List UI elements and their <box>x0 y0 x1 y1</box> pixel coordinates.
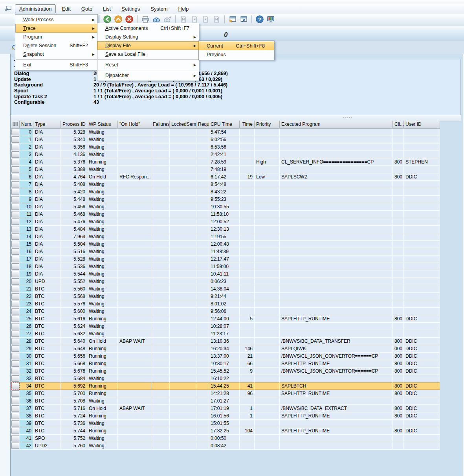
cell-time[interactable]: 66 <box>240 360 255 368</box>
cell-hold[interactable] <box>118 300 151 308</box>
cell-cli[interactable]: 800 <box>393 173 404 181</box>
cell-cpu[interactable]: 5:47:54 <box>209 129 240 136</box>
cell-time[interactable] <box>240 420 255 427</box>
row-selector[interactable] <box>11 278 20 285</box>
cell-wp[interactable]: Waiting <box>87 196 118 203</box>
cell-user[interactable]: DDIC <box>404 338 440 345</box>
column-header-time[interactable]: Time <box>240 121 255 129</box>
cell-num[interactable]: 13 <box>20 226 33 233</box>
row-selector[interactable] <box>11 420 20 427</box>
cell-cpu[interactable]: 16:10:22 <box>209 375 240 382</box>
cell-cpu[interactable]: 6:02:56 <box>209 136 240 143</box>
cell-requ[interactable] <box>196 300 209 308</box>
cell-prio[interactable] <box>255 427 280 435</box>
cell-fail[interactable] <box>151 211 170 218</box>
cell-prog[interactable]: /BNWVS/CL_JSON_CONVERTOR======CP <box>280 368 393 375</box>
cell-time[interactable] <box>240 241 255 248</box>
cell-wp[interactable]: Waiting <box>87 300 118 308</box>
cell-user[interactable] <box>404 218 440 226</box>
menu-item-save-as-local-file[interactable]: Save as Local File <box>97 50 199 59</box>
cell-type[interactable]: BTC <box>33 353 61 360</box>
cell-num[interactable]: 16 <box>20 248 33 255</box>
cell-num[interactable]: 3 <box>20 151 33 158</box>
cell-time[interactable] <box>240 300 255 308</box>
cell-pid[interactable]: 5.356 <box>61 143 87 151</box>
row-selector-button[interactable] <box>11 301 19 307</box>
cell-prog[interactable] <box>280 203 393 211</box>
cell-pid[interactable]: 5.692 <box>61 382 87 390</box>
cell-wp[interactable]: On Hold <box>87 173 118 181</box>
cell-prog[interactable]: CL_SERVER_INFO================CP <box>280 158 393 166</box>
cell-fail[interactable] <box>151 338 170 345</box>
cell-cpu[interactable]: 11:58:10 <box>209 211 240 218</box>
cell-lock[interactable] <box>170 360 196 368</box>
cell-lock[interactable] <box>170 300 196 308</box>
cell-fail[interactable] <box>151 136 170 143</box>
cell-type[interactable]: DIA <box>33 158 61 166</box>
cell-time[interactable] <box>240 151 255 158</box>
cell-prio[interactable] <box>255 218 280 226</box>
row-selector-button[interactable] <box>11 331 19 337</box>
cell-type[interactable]: BTC <box>33 412 61 420</box>
cell-cli[interactable] <box>393 435 404 442</box>
cell-type[interactable]: BTC <box>33 382 61 390</box>
row-selector[interactable] <box>11 382 20 390</box>
cell-hold[interactable] <box>118 323 151 330</box>
cell-time[interactable] <box>240 293 255 300</box>
row-selector[interactable] <box>11 330 20 338</box>
menu-item-delete-session[interactable]: Delete SessionShift+F2 <box>15 41 97 50</box>
cell-prio[interactable] <box>255 255 280 263</box>
menu-item-current[interactable]: CurrentCtrl+Shift+F8 <box>199 42 274 50</box>
row-selector-button[interactable] <box>11 151 19 158</box>
cell-cli[interactable] <box>393 241 404 248</box>
cell-num[interactable]: 21 <box>20 285 33 293</box>
cell-prog[interactable] <box>280 435 393 442</box>
cell-requ[interactable] <box>196 360 209 368</box>
cell-requ[interactable] <box>196 218 209 226</box>
cell-fail[interactable] <box>151 241 170 248</box>
cell-requ[interactable] <box>196 188 209 196</box>
cell-cli[interactable] <box>393 211 404 218</box>
cell-requ[interactable] <box>196 278 209 285</box>
cell-prog[interactable] <box>280 196 393 203</box>
cell-type[interactable]: DIA <box>33 270 61 278</box>
cell-wp[interactable]: Waiting <box>87 308 118 315</box>
menu-system[interactable]: System <box>149 5 169 13</box>
cell-lock[interactable] <box>170 278 196 285</box>
cell-cli[interactable] <box>393 330 404 338</box>
cell-fail[interactable] <box>151 270 170 278</box>
cell-prio[interactable] <box>255 181 280 188</box>
cell-requ[interactable] <box>196 203 209 211</box>
cell-cpu[interactable]: 10:28:07 <box>209 323 240 330</box>
cell-prog[interactable]: /BNWVS/CL_JSON_CONVERTOR======CP <box>280 353 393 360</box>
cell-requ[interactable] <box>196 442 209 450</box>
cell-cpu[interactable]: 12:44:00 <box>209 315 240 323</box>
cell-time[interactable]: 9 <box>240 368 255 375</box>
cell-wp[interactable]: Waiting <box>87 136 118 143</box>
cell-cpu[interactable]: 17:01:27 <box>209 397 240 405</box>
cell-num[interactable]: 25 <box>20 315 33 323</box>
cell-pid[interactable]: 7.964 <box>61 233 87 241</box>
row-selector[interactable] <box>11 233 20 241</box>
cell-fail[interactable] <box>151 390 170 397</box>
cell-type[interactable]: DIA <box>33 196 61 203</box>
cell-time[interactable] <box>240 188 255 196</box>
cell-prog[interactable]: /BNWVS/BC_DATA_TRANSFER <box>280 338 393 345</box>
new-session-icon[interactable] <box>228 15 237 24</box>
cell-lock[interactable] <box>170 129 196 136</box>
row-selector[interactable] <box>11 293 20 300</box>
row-selector[interactable] <box>11 136 20 143</box>
cell-cli[interactable] <box>393 420 404 427</box>
cell-prog[interactable] <box>280 143 393 151</box>
row-selector-button[interactable] <box>11 398 19 404</box>
cell-prog[interactable] <box>280 181 393 188</box>
cell-prog[interactable] <box>280 270 393 278</box>
cell-cli[interactable]: 800 <box>393 368 404 375</box>
cell-cli[interactable] <box>393 255 404 263</box>
cell-user[interactable] <box>404 143 440 151</box>
cell-cli[interactable]: 000 <box>393 345 404 353</box>
cell-type[interactable]: DIA <box>33 226 61 233</box>
menu-item-exit[interactable]: ExitShift+F3 <box>15 61 97 69</box>
cell-requ[interactable] <box>196 173 209 181</box>
cell-hold[interactable] <box>118 255 151 263</box>
